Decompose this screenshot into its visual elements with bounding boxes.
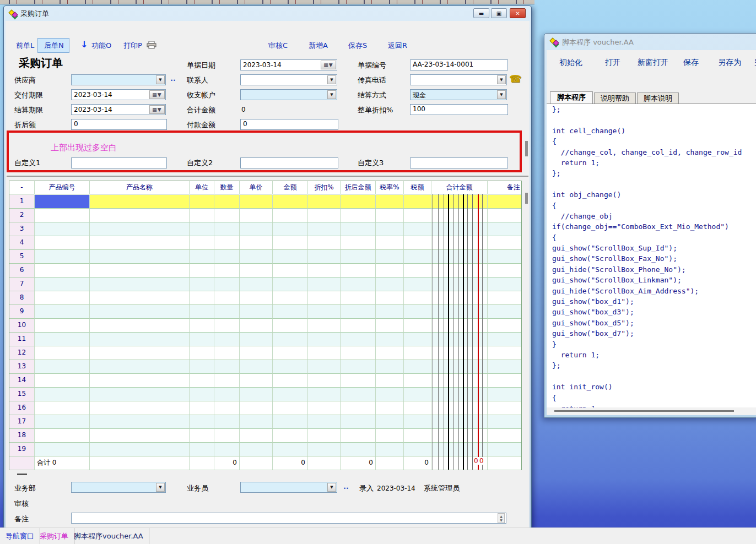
grid-cell[interactable] (308, 429, 341, 443)
row-number[interactable]: 5 (9, 250, 35, 264)
grid-cell[interactable] (35, 333, 90, 346)
grid-cell[interactable] (190, 305, 214, 319)
grid-cell[interactable] (308, 222, 341, 236)
contact-combo[interactable]: ▼ (240, 74, 337, 85)
print-button[interactable]: 打印P (123, 41, 142, 51)
custom2-field[interactable] (240, 157, 338, 168)
clipped-toolbar-button[interactable]: 另 (754, 58, 756, 68)
row-number[interactable]: 19 (9, 443, 35, 456)
chevron-down-icon[interactable]: ▼ (156, 75, 165, 84)
grid-cell[interactable] (488, 291, 521, 305)
grid-cell[interactable] (431, 443, 488, 456)
function-menu-button[interactable]: 功能O (91, 41, 111, 51)
row-number[interactable]: 18 (9, 429, 35, 443)
grid-cell[interactable] (376, 319, 404, 333)
grid-cell[interactable] (35, 209, 90, 222)
grid-cell[interactable] (190, 195, 214, 209)
grid-cell[interactable] (404, 443, 431, 456)
grid-cell[interactable] (35, 222, 90, 236)
grid-cell[interactable] (273, 291, 308, 305)
grid-cell[interactable] (273, 360, 308, 374)
grid-cell[interactable] (308, 250, 341, 264)
grid-cell[interactable] (214, 250, 240, 264)
row-number[interactable]: 17 (9, 415, 35, 429)
back-button[interactable]: 返回R (388, 41, 407, 51)
grid-cell[interactable] (273, 222, 308, 236)
grid-cell[interactable] (376, 278, 404, 291)
grid-cell[interactable] (341, 429, 376, 443)
grid-cell[interactable] (488, 195, 521, 209)
grid-cell[interactable] (404, 278, 431, 291)
tab-script-program[interactable]: 脚本程序voucher.AA (68, 528, 149, 544)
row-number[interactable]: 11 (9, 333, 35, 346)
grid-cell[interactable] (404, 291, 431, 305)
grid-cell[interactable] (308, 415, 341, 429)
row-number[interactable]: 13 (9, 360, 35, 374)
grid-cell[interactable] (90, 443, 190, 456)
grid-cell[interactable] (190, 250, 214, 264)
grid-cell[interactable] (35, 250, 90, 264)
grid-cell[interactable] (376, 209, 404, 222)
grid-cell[interactable] (214, 222, 240, 236)
grid-cell[interactable] (488, 443, 521, 456)
grid-cell[interactable] (214, 360, 240, 374)
grid-cell[interactable] (308, 443, 341, 456)
grid-cell[interactable] (376, 346, 404, 360)
grid-cell[interactable] (240, 278, 273, 291)
grid-cell[interactable] (240, 388, 273, 401)
main-titlebar[interactable]: 采购订单 ▬ ▣ ✕ (4, 6, 531, 21)
grid-cell[interactable] (308, 319, 341, 333)
grid-cell[interactable] (240, 415, 273, 429)
grid-cell[interactable] (376, 360, 404, 374)
grid-cell[interactable] (90, 388, 190, 401)
grid-cell[interactable] (376, 415, 404, 429)
grid-cell[interactable] (214, 346, 240, 360)
grid-cell[interactable] (35, 305, 90, 319)
grid-cell[interactable] (341, 388, 376, 401)
grid-cell[interactable] (273, 195, 308, 209)
grid-cell[interactable] (488, 222, 521, 236)
grid-cell[interactable] (214, 278, 240, 291)
grid-cell[interactable] (431, 415, 488, 429)
grid-cell[interactable] (214, 195, 240, 209)
add-button[interactable]: 新增A (309, 41, 328, 51)
grid-cell[interactable] (431, 250, 488, 264)
row-number[interactable]: 9 (9, 305, 35, 319)
row-number[interactable]: 10 (9, 319, 35, 333)
grid-cell[interactable] (35, 401, 90, 415)
row-number[interactable]: 7 (9, 278, 35, 291)
grid-cell[interactable] (488, 209, 521, 222)
form-scrollbar-thumb[interactable] (525, 141, 528, 156)
prev-doc-button[interactable]: 前单L (16, 41, 34, 51)
grid-cell[interactable] (214, 374, 240, 388)
grid-cell[interactable] (431, 429, 488, 443)
grid-cell[interactable] (341, 195, 376, 209)
grid-cell[interactable] (488, 374, 521, 388)
init-button[interactable]: 初始化 (559, 58, 582, 68)
grid-cell[interactable] (431, 236, 488, 250)
grid-cell[interactable] (240, 374, 273, 388)
grid-cell[interactable] (273, 305, 308, 319)
splitter-handle[interactable] (17, 474, 27, 475)
grid-cell[interactable] (404, 360, 431, 374)
grid-cell[interactable] (431, 360, 488, 374)
fax-combo[interactable]: ▼ (410, 74, 507, 85)
grid-cell[interactable] (35, 291, 90, 305)
grid-cell[interactable] (90, 401, 190, 415)
grid-cell[interactable] (488, 388, 521, 401)
grid-cell[interactable] (35, 278, 90, 291)
grid-cell[interactable] (190, 388, 214, 401)
maximize-button[interactable]: ▣ (491, 8, 507, 18)
grid-cell[interactable] (308, 291, 341, 305)
grid-cell[interactable] (190, 209, 214, 222)
grid-cell[interactable] (35, 443, 90, 456)
grid-cell[interactable] (190, 415, 214, 429)
grid-cell[interactable] (190, 291, 214, 305)
grid-cell[interactable] (431, 291, 488, 305)
grid-cell[interactable] (214, 415, 240, 429)
department-combo[interactable]: ▼ (71, 482, 166, 493)
grid-cell[interactable] (404, 222, 431, 236)
grid-cell[interactable] (90, 415, 190, 429)
grid-cell[interactable] (90, 305, 190, 319)
grid-cell[interactable] (488, 250, 521, 264)
